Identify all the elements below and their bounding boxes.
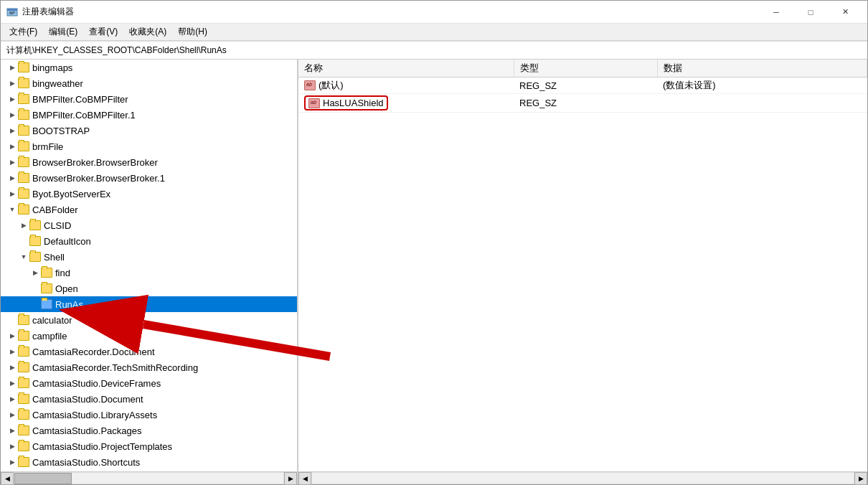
tree-item-browserbroker[interactable]: ▶ BrowserBroker.BrowserBroker: [1, 154, 297, 170]
folder-icon-camtasiastudiodoc: [18, 394, 29, 404]
tree-label-camtasiastudioliba: CamtasiaStudio.LibraryAssets: [32, 410, 157, 420]
minimize-button[interactable]: ─: [760, 1, 793, 24]
tree-item-camtasiastudioliba[interactable]: ▶ CamtasiaStudio.LibraryAssets: [1, 407, 297, 423]
folder-icon-browserbroker1: [18, 173, 29, 183]
folder-icon-cabfolder: [18, 204, 29, 215]
expand-icon-camtasiastudiosc[interactable]: ▶: [6, 456, 18, 468]
folder-icon-camtasiastudiosc: [18, 457, 29, 467]
tree-item-find[interactable]: ▶ find: [1, 265, 297, 281]
tree-item-runas[interactable]: ▶ RunAs: [1, 296, 297, 312]
address-text: 计算机\HKEY_CLASSES_ROOT\CABFolder\Shell\Ru…: [6, 44, 227, 57]
tree-label-campfile: campfile: [32, 331, 67, 342]
tree-item-brmfile[interactable]: ▶ brmFile: [1, 138, 297, 154]
tree-item-defaulticon[interactable]: ▶ DefaultIcon: [1, 233, 297, 249]
tree-label-bootstrap: BOOTSTRAP: [32, 126, 90, 136]
menu-edit[interactable]: 编辑(E): [43, 24, 83, 39]
expand-icon-bootstrap[interactable]: ▶: [6, 125, 18, 136]
folder-icon-camtasiastudiodf: [18, 378, 29, 388]
expand-icon-camtasiard[interactable]: ▶: [6, 346, 18, 357]
expand-icon-camtasiastudiopkg[interactable]: ▶: [6, 425, 18, 436]
tree-label-brmfile: brmFile: [32, 141, 63, 152]
expand-icon-shell[interactable]: ▼: [18, 251, 29, 263]
expand-icon-camtasiatech[interactable]: ▶: [6, 362, 18, 373]
tree-item-camtasiard[interactable]: ▶ CamtasiaRecorder.Document: [1, 344, 297, 359]
folder-icon-open: [41, 283, 52, 293]
tree-item-camtasiastudiopt[interactable]: ▶ CamtasiaStudio.ProjectTemplates: [1, 438, 297, 454]
folder-icon-campfile: [18, 331, 29, 341]
folder-icon-browserbroker: [18, 157, 29, 167]
tree-item-camtasiatech[interactable]: ▶ CamtasiaRecorder.TechSmithRecording: [1, 359, 297, 375]
expand-icon-cabfolder[interactable]: ▼: [6, 204, 18, 215]
right-pane[interactable]: 名称 类型 数据 (默认) REG_SZ: [298, 60, 867, 471]
scroll-right-right[interactable]: ▶: [854, 472, 867, 485]
folder-icon-runas: [41, 299, 52, 309]
table-row-hasluashield[interactable]: HasLUAShield REG_SZ: [298, 94, 867, 113]
expand-icon-camtasiastudiodoc[interactable]: ▶: [6, 393, 18, 405]
scroll-left-right[interactable]: ◀: [298, 472, 311, 485]
tree-item-camtasiastudiodf[interactable]: ▶ CamtasiaStudio.DeviceFrames: [1, 375, 297, 391]
expand-icon-browserbroker[interactable]: ▶: [6, 156, 18, 168]
tree-label-camtasiastudiodoc: CamtasiaStudio.Document: [32, 394, 143, 405]
menu-file[interactable]: 文件(F): [4, 24, 43, 39]
tree-item-byot[interactable]: ▶ Byot.ByotServerEx: [1, 186, 297, 202]
tree-label-find: find: [55, 268, 70, 278]
tree-item-bmpfilter[interactable]: ▶ BMPFilter.CoBMPFilter: [1, 91, 297, 107]
menu-favorites[interactable]: 收藏夹(A): [123, 24, 172, 39]
expand-icon-camtasiastudiodf[interactable]: ▶: [6, 377, 18, 389]
tree-item-bingweather[interactable]: ▶ bingweather: [1, 75, 297, 91]
tree-label-camtasiastudiodf: CamtasiaStudio.DeviceFrames: [32, 378, 161, 389]
tree-pane[interactable]: ▶ bingmaps ▶ bingweather ▶ BMPFilter.CoB…: [1, 60, 298, 471]
folder-icon-calculator: [18, 315, 29, 325]
value-icon-default: [304, 80, 316, 90]
tree-item-campfile[interactable]: ▶ campfile: [1, 328, 297, 344]
tree-item-bingmaps[interactable]: ▶ bingmaps: [1, 60, 297, 75]
expand-icon-camtasiastudioliba[interactable]: ▶: [6, 409, 18, 420]
maximize-button[interactable]: □: [794, 1, 827, 24]
folder-icon-brmfile: [18, 141, 29, 151]
scroll-right-tree[interactable]: ▶: [284, 472, 297, 485]
expand-icon-bmpfilter1[interactable]: ▶: [6, 109, 18, 121]
close-button[interactable]: ✕: [829, 1, 862, 24]
reg-name-cell-lua: HasLUAShield: [298, 94, 514, 113]
col-header-data[interactable]: 数据: [657, 60, 867, 77]
tree-label-camtasiatech: CamtasiaRecorder.TechSmithRecording: [32, 362, 198, 373]
tree-item-clsid[interactable]: ▶ CLSID: [1, 217, 297, 233]
window-controls: ─ □ ✕: [760, 1, 862, 24]
col-header-name[interactable]: 名称: [298, 60, 514, 77]
folder-icon-find: [41, 268, 52, 278]
content-area: ▶ bingmaps ▶ bingweather ▶ BMPFilter.CoB…: [1, 60, 867, 471]
tree-label-browserbroker1: BrowserBroker.BrowserBroker.1: [32, 173, 165, 184]
expand-icon-find[interactable]: ▶: [29, 267, 41, 278]
tree-label-bingmaps: bingmaps: [32, 62, 72, 73]
reg-data-cell: (数值未设置): [657, 77, 867, 94]
registry-table: 名称 类型 数据 (默认) REG_SZ: [298, 60, 867, 113]
tree-item-camtasiastudiopkg[interactable]: ▶ CamtasiaStudio.Packages: [1, 423, 297, 438]
expand-icon-campfile[interactable]: ▶: [6, 330, 18, 342]
col-header-type[interactable]: 类型: [514, 60, 657, 77]
expand-icon-brmfile[interactable]: ▶: [6, 141, 18, 152]
folder-icon-defaulticon: [29, 236, 41, 246]
expand-icon-bingweather[interactable]: ▶: [6, 77, 18, 89]
expand-icon-byot[interactable]: ▶: [6, 188, 18, 199]
scroll-left-tree[interactable]: ◀: [1, 472, 14, 485]
tree-item-open[interactable]: ▶ Open: [1, 281, 297, 296]
tree-item-browserbroker1[interactable]: ▶ BrowserBroker.BrowserBroker.1: [1, 170, 297, 186]
menu-help[interactable]: 帮助(H): [172, 24, 213, 39]
expand-icon-bingmaps[interactable]: ▶: [6, 62, 18, 73]
reg-type-cell: REG_SZ: [514, 77, 657, 94]
tree-item-calculator[interactable]: ▶ calculator: [1, 312, 297, 328]
tree-item-camtasiastudiosc[interactable]: ▶ CamtasiaStudio.Shortcuts: [1, 454, 297, 470]
menu-view[interactable]: 查看(V): [83, 24, 123, 39]
expand-icon-browserbroker1[interactable]: ▶: [6, 172, 18, 184]
tree-item-cabfolder[interactable]: ▼ CABFolder: [1, 202, 297, 217]
expand-icon-bmpfilter[interactable]: ▶: [6, 93, 18, 105]
tree-item-bmpfilter1[interactable]: ▶ BMPFilter.CoBMPFilter.1: [1, 107, 297, 123]
reg-name-cell: (默认): [298, 77, 514, 94]
expand-icon-clsid[interactable]: ▶: [18, 220, 29, 231]
table-row[interactable]: (默认) REG_SZ (数值未设置): [298, 77, 867, 94]
tree-item-bootstrap[interactable]: ▶ BOOTSTRAP: [1, 123, 297, 138]
tree-item-camtasiastudiodoc[interactable]: ▶ CamtasiaStudio.Document: [1, 391, 297, 407]
tree-label-clsid: CLSID: [44, 220, 71, 231]
tree-item-shell[interactable]: ▼ Shell: [1, 249, 297, 265]
expand-icon-camtasiastudiopt[interactable]: ▶: [6, 441, 18, 452]
